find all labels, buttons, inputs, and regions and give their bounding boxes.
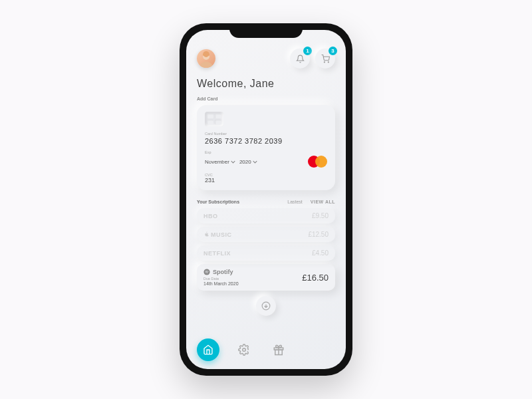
card-number-label: Card Number bbox=[205, 132, 327, 136]
arrow-down-icon bbox=[261, 301, 271, 311]
subscriptions-header: Your Subscriptions Lastest VIEW ALL bbox=[197, 200, 335, 204]
nav-home[interactable] bbox=[197, 338, 219, 361]
avatar[interactable] bbox=[197, 49, 215, 68]
add-card-label: Add Card bbox=[197, 96, 335, 101]
list-item[interactable]: MUSIC £12.50 bbox=[197, 227, 335, 242]
price: £4.50 bbox=[312, 249, 329, 257]
nav-settings[interactable] bbox=[234, 340, 254, 360]
exp-month-select[interactable]: November bbox=[205, 159, 235, 165]
gear-icon bbox=[238, 344, 250, 356]
card-number-input[interactable]: 2636 7372 3782 2039 bbox=[205, 137, 327, 145]
price: £16.50 bbox=[302, 273, 329, 283]
due-date-label: Due Date bbox=[203, 277, 239, 281]
brand-spotify: Spotify bbox=[203, 269, 239, 275]
nav-rewards[interactable] bbox=[269, 340, 289, 360]
gift-icon bbox=[273, 344, 285, 356]
subscription-list: HBO £9.50 MUSIC £12.50 NETFLIX £4.50 Spo… bbox=[197, 208, 335, 291]
svg-point-1 bbox=[324, 61, 325, 62]
cvc-input[interactable]: 231 bbox=[205, 177, 327, 184]
cart-button[interactable]: 3 bbox=[315, 49, 335, 68]
notification-badge: 1 bbox=[303, 47, 312, 55]
app-screen: 1 3 Welcome, Jane Add Card Card Number 2… bbox=[186, 30, 346, 369]
brand-netflix: NETFLIX bbox=[203, 250, 231, 257]
card-exp-label: Exp bbox=[205, 150, 327, 154]
brand-hbo: HBO bbox=[203, 213, 218, 219]
credit-card-panel: Card Number 2636 7372 3782 2039 Exp Nove… bbox=[197, 105, 335, 190]
svg-point-5 bbox=[243, 348, 246, 352]
welcome-heading: Welcome, Jane bbox=[197, 78, 335, 90]
spotify-icon bbox=[203, 269, 210, 275]
cart-badge: 3 bbox=[329, 47, 337, 55]
phone-frame: 1 3 Welcome, Jane Add Card Card Number 2… bbox=[180, 23, 352, 376]
brand-apple-music: MUSIC bbox=[203, 231, 232, 238]
list-item[interactable]: Spotify Due Date 14th March 2020 £16.50 bbox=[197, 264, 335, 291]
subscriptions-title: Your Subscriptions bbox=[197, 200, 239, 204]
card-chip-icon bbox=[205, 112, 223, 126]
exp-year-select[interactable]: 2020 bbox=[239, 159, 257, 165]
svg-point-3 bbox=[203, 269, 209, 275]
notifications-button[interactable]: 1 bbox=[290, 49, 310, 68]
bottom-nav bbox=[197, 338, 335, 361]
home-icon bbox=[203, 344, 213, 355]
view-all-link[interactable]: VIEW ALL bbox=[311, 200, 335, 204]
top-bar: 1 3 bbox=[197, 49, 335, 68]
due-date: 14th March 2020 bbox=[203, 281, 239, 286]
notch bbox=[229, 23, 303, 38]
svg-point-2 bbox=[328, 61, 329, 62]
list-item[interactable]: HBO £9.50 bbox=[197, 208, 335, 223]
list-item[interactable]: NETFLIX £4.50 bbox=[197, 245, 335, 261]
chevron-down-icon bbox=[253, 160, 257, 164]
scroll-down-button[interactable] bbox=[256, 296, 276, 316]
apple-icon bbox=[203, 231, 209, 237]
mastercard-icon bbox=[308, 156, 327, 168]
price: £12.50 bbox=[308, 231, 329, 238]
subscriptions-sort[interactable]: Lastest bbox=[287, 200, 303, 204]
chevron-down-icon bbox=[231, 160, 235, 164]
price: £9.50 bbox=[312, 212, 329, 219]
